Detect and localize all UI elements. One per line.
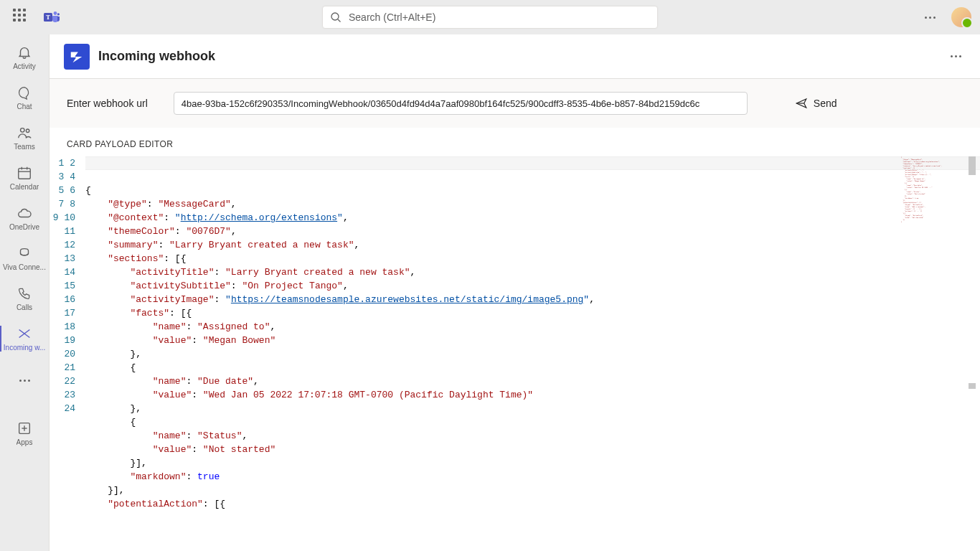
svg-line-5 [338, 19, 341, 22]
apps-icon [16, 420, 33, 437]
rail-teams[interactable]: Teams [0, 118, 49, 158]
svg-point-6 [21, 128, 25, 133]
rail-label: Teams [14, 143, 34, 151]
rail-viva[interactable]: Viva Conne... [0, 238, 49, 278]
content-area: Incoming webhook Enter webhook url Send … [49, 34, 980, 551]
rail-label: Viva Conne... [3, 263, 46, 272]
more-options-icon[interactable] [920, 12, 940, 23]
rail-activity[interactable]: Activity [0, 37, 49, 77]
search-input[interactable] [349, 11, 650, 23]
send-button[interactable]: Send [788, 93, 844, 114]
svg-rect-8 [19, 169, 31, 179]
rail-calls[interactable]: Calls [0, 278, 49, 319]
svg-point-2 [54, 11, 57, 15]
flow-icon [16, 325, 33, 342]
code-editor[interactable]: 1 2 3 4 5 6 7 8 9 10 11 12 13 14 15 16 1… [50, 156, 980, 551]
rail-label: Activity [13, 62, 36, 71]
ellipsis-icon [16, 372, 33, 389]
rail-label: OneDrive [9, 223, 39, 232]
editor-code[interactable]: { "@type": "MessageCard", "@context": "h… [85, 156, 980, 551]
rail-calendar[interactable]: Calendar [0, 158, 49, 198]
svg-point-3 [57, 13, 60, 15]
cloud-icon [16, 204, 33, 222]
page-header: Incoming webhook [50, 34, 980, 79]
rail-incoming-webhook[interactable]: Incoming w... [0, 319, 49, 359]
rail-label: Chat [17, 103, 32, 111]
editor-label: CARD PAYLOAD EDITOR [50, 135, 980, 156]
send-label: Send [814, 98, 837, 109]
editor-minimap[interactable]: { "@type": "MessageCard", "@context": "h… [901, 156, 963, 242]
rail-more[interactable] [0, 360, 49, 400]
rail-apps[interactable]: Apps [0, 413, 49, 453]
app-tile-icon [64, 44, 90, 70]
teams-logo-icon: T [43, 9, 60, 26]
search-icon [330, 11, 341, 23]
search-box[interactable] [322, 6, 658, 29]
rail-label: Incoming w... [4, 344, 45, 352]
user-avatar[interactable] [951, 7, 971, 27]
editor-gutter: 1 2 3 4 5 6 7 8 9 10 11 12 13 14 15 16 1… [50, 156, 85, 551]
editor-scrollbar[interactable] [969, 156, 976, 551]
svg-text:T: T [46, 14, 50, 21]
app-launcher-icon[interactable] [13, 9, 30, 26]
people-icon [16, 124, 33, 141]
rail-label: Calendar [10, 183, 39, 192]
viva-icon [16, 245, 33, 262]
phone-icon [16, 285, 33, 302]
send-icon [795, 97, 808, 110]
page-title: Incoming webhook [98, 49, 215, 64]
webhook-url-input[interactable] [174, 92, 748, 115]
chat-icon [16, 84, 33, 101]
bell-icon [16, 44, 33, 61]
calendar-icon [16, 164, 33, 182]
svg-point-7 [26, 129, 29, 132]
page-more-icon[interactable] [946, 51, 966, 62]
rail-label: Calls [17, 303, 32, 312]
svg-point-4 [331, 13, 339, 20]
rail-label: Apps [17, 438, 33, 447]
top-bar: T [0, 0, 980, 34]
app-rail: Activity Chat Teams Calendar OneDrive Vi… [0, 34, 49, 551]
webhook-url-label: Enter webhook url [67, 98, 148, 109]
rail-chat[interactable]: Chat [0, 77, 49, 118]
webhook-url-row: Enter webhook url Send [50, 79, 980, 128]
rail-onedrive[interactable]: OneDrive [0, 198, 49, 238]
